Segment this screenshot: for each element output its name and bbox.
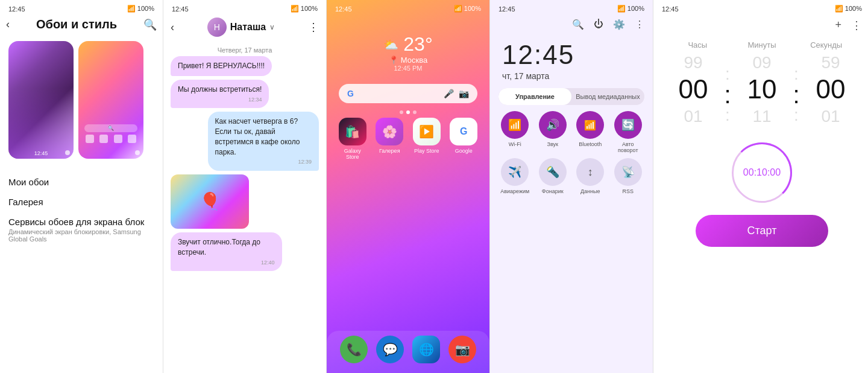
timer-colon-2: : : :	[789, 56, 804, 124]
timer-colon-1: : : :	[720, 56, 735, 124]
qs-more-icon[interactable]: ⋮	[635, 19, 644, 30]
dot-3	[413, 110, 417, 114]
message-row-3: Как насчет четверга в 6? Если ты ок, дав…	[171, 112, 319, 171]
google-label: Google	[455, 148, 473, 154]
app-google[interactable]: G Google	[449, 118, 479, 160]
app-gallery[interactable]: 🌸 Галерея	[375, 118, 405, 160]
qs-tile-data[interactable]: ↕ Данные	[574, 158, 607, 194]
menu-service-sub: Динамический экран блокировки, Samsung G…	[8, 228, 154, 243]
thumb-app-icon	[86, 135, 94, 143]
messenger-back-button[interactable]: ‹	[171, 21, 174, 34]
qs-tile-bluetooth[interactable]: 📶 Bluetooth	[574, 111, 607, 153]
qs-tile-sound[interactable]: 🔊 Звук	[536, 111, 570, 153]
qs-tab-media[interactable]: Вывод медиаданных	[571, 88, 644, 105]
qs-tile-rss[interactable]: 📡 RSS	[612, 158, 645, 194]
home-search-bar[interactable]: G 🎤 📷	[339, 84, 477, 103]
wifi-label: Wi-Fi	[509, 141, 521, 147]
galaxy-store-label: Galaxy Store	[338, 148, 368, 160]
messenger-top-bar: ‹ Н Наташа ∨ ⋮	[163, 15, 326, 42]
bubble-text-4: Звучит отлично.Тогда до встречи.	[178, 238, 260, 257]
app-galaxy-store[interactable]: 🛍️ Galaxy Store	[338, 118, 368, 160]
bubble-text-3: Как насчет четверга в 6? Если ты ок, дав…	[215, 117, 300, 156]
rss-label: RSS	[622, 188, 634, 194]
home-temp: 23°	[403, 33, 432, 56]
lens-icon[interactable]: 📷	[459, 89, 469, 98]
dock-samsung[interactable]: 🌐	[411, 336, 441, 363]
message-row-4: Звучит отлично.Тогда до встречи. 12:40	[171, 232, 319, 271]
location-pin-icon: 📍	[389, 56, 398, 65]
home-location: 📍 Москва	[389, 56, 427, 65]
wallpaper-status-bar: 12:45 📶 100%	[0, 0, 163, 15]
qs-tiles-row2: ✈️ Авиарежим 🔦 Фонарик ↕ Данные 📡 RSS	[490, 158, 653, 199]
timer-unit-labels: Часы Минуты Секунды	[653, 36, 868, 52]
menu-service[interactable]: Сервисы обоев для экрана блок	[8, 211, 154, 228]
menu-gallery[interactable]: Галерея	[8, 191, 154, 211]
home-status-bar: 12:45 📶 100%	[327, 0, 489, 15]
dock-phone[interactable]: 📞	[339, 336, 369, 363]
wallpaper-previews: 12:45 🔍	[0, 36, 163, 164]
timer-add-button[interactable]: +	[835, 19, 841, 32]
hours-scroll[interactable]: 99 00 01	[666, 52, 720, 128]
thumb-time-1: 12:45	[11, 150, 71, 156]
bubble-time-3: 12:39	[215, 158, 312, 166]
messenger-more-button[interactable]: ⋮	[308, 21, 319, 34]
messenger-status-bar: 12:45 📶 100%	[163, 0, 326, 15]
wallpaper-thumb-2[interactable]: 🔍	[78, 41, 143, 159]
dock-camera[interactable]: 📷	[447, 336, 477, 363]
minutes-scroll[interactable]: 09 10 11	[735, 52, 789, 128]
label-hours: Часы	[665, 40, 730, 49]
qs-status-bar: 12:45 📶 100%	[490, 0, 653, 15]
timer-top-icons: + ⋮	[653, 15, 868, 36]
thumb-app-icon	[114, 135, 122, 143]
timer-start-button[interactable]: Старт	[696, 215, 828, 247]
dot-2	[406, 110, 410, 114]
panel-timer: 12:45 📶 100% + ⋮ Часы Минуты Секунды 99 …	[653, 0, 868, 373]
label-seconds: Секунды	[794, 40, 858, 49]
wallpaper-search-button[interactable]: 🔍	[143, 18, 157, 31]
wallpaper-time: 12:45	[8, 5, 25, 13]
qs-tile-rotate[interactable]: 🔄 Авто поворот	[612, 111, 645, 153]
seconds-next: 01	[821, 106, 840, 127]
thumb-search-bar: 🔍	[84, 124, 137, 132]
timer-time: 12:45	[662, 5, 679, 13]
menu-my-wallpapers[interactable]: Мои обои	[8, 171, 154, 191]
rotate-icon: 🔄	[614, 111, 642, 139]
mic-icon[interactable]: 🎤	[444, 89, 454, 98]
app-play-store[interactable]: ▶️ Play Store	[412, 118, 442, 160]
home-dock: 📞 💬 🌐 📷	[327, 331, 489, 373]
wifi-icon: 📶	[501, 111, 529, 139]
bluetooth-icon: 📶	[576, 111, 604, 139]
wallpaper-back-button[interactable]: ‹	[6, 18, 10, 31]
qs-tabs: Управление Вывод медиаданных	[498, 88, 644, 105]
dock-messages[interactable]: 💬	[375, 336, 405, 363]
qs-tab-manage[interactable]: Управление	[498, 88, 571, 105]
panel-wallpaper: 12:45 📶 100% ‹ Обои и стиль 🔍 12:45 🔍	[0, 0, 163, 373]
google-icon: G	[450, 118, 477, 145]
qs-search-icon[interactable]: 🔍	[572, 19, 584, 30]
timer-signal: 📶 100%	[835, 5, 862, 13]
qs-tile-wifi[interactable]: 📶 Wi-Fi	[498, 111, 532, 153]
messenger-contact[interactable]: Н Наташа ∨	[207, 18, 275, 37]
contact-name: Наташа	[230, 22, 266, 33]
timer-more-button[interactable]: ⋮	[851, 19, 862, 32]
thumb-dot-2	[135, 150, 140, 155]
sound-label: Звук	[547, 141, 558, 147]
messages-icon: 💬	[376, 336, 404, 363]
qs-settings-icon[interactable]: ⚙️	[613, 19, 625, 30]
rotate-label: Авто поворот	[612, 141, 645, 153]
seconds-scroll[interactable]: 59 00 01	[804, 52, 858, 128]
bubble-image: 🎈	[171, 174, 249, 229]
qs-tile-torch[interactable]: 🔦 Фонарик	[536, 158, 570, 194]
data-icon: ↕	[576, 158, 604, 186]
bubble-outgoing-3: Как насчет четверга в 6? Если ты ок, дав…	[208, 112, 319, 171]
minutes-next: 11	[752, 106, 771, 127]
contact-avatar: Н	[207, 18, 227, 37]
qs-tile-plane[interactable]: ✈️ Авиарежим	[498, 158, 532, 194]
bubble-text-2: Мы должны встретиться!	[178, 85, 262, 94]
messages-area: Привет! Я ВЕРНУЛАСЬ!!!! Мы должны встрет…	[163, 56, 326, 373]
qs-power-icon[interactable]: ⏻	[594, 19, 603, 30]
wallpaper-thumb-1[interactable]: 12:45	[8, 41, 74, 159]
seconds-current: 00	[816, 74, 846, 106]
wallpaper-title: Обои и стиль	[36, 18, 117, 31]
bubble-time-4: 12:40	[178, 259, 275, 267]
